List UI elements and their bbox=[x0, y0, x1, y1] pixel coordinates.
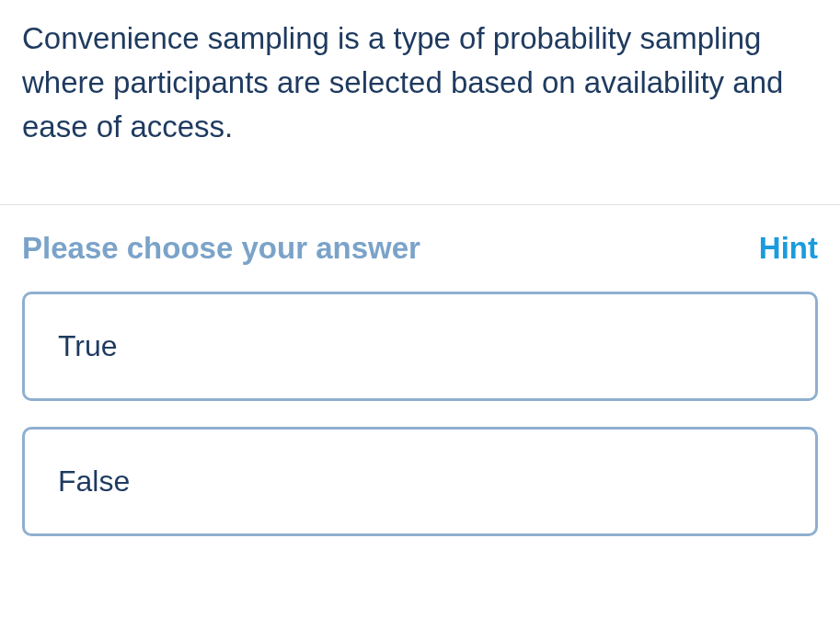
question-text: Convenience sampling is a type of probab… bbox=[22, 17, 818, 149]
answer-header: Please choose your answer Hint bbox=[22, 231, 818, 266]
question-section: Convenience sampling is a type of probab… bbox=[0, 0, 840, 205]
answer-option-false[interactable]: False bbox=[22, 427, 818, 536]
answer-prompt: Please choose your answer bbox=[22, 231, 420, 266]
answer-option-true[interactable]: True bbox=[22, 292, 818, 401]
hint-link[interactable]: Hint bbox=[759, 231, 818, 266]
answer-section: Please choose your answer Hint True Fals… bbox=[0, 205, 840, 536]
answer-option-label: False bbox=[58, 464, 782, 499]
answer-option-label: True bbox=[58, 329, 782, 363]
quiz-container: Convenience sampling is a type of probab… bbox=[0, 0, 840, 536]
